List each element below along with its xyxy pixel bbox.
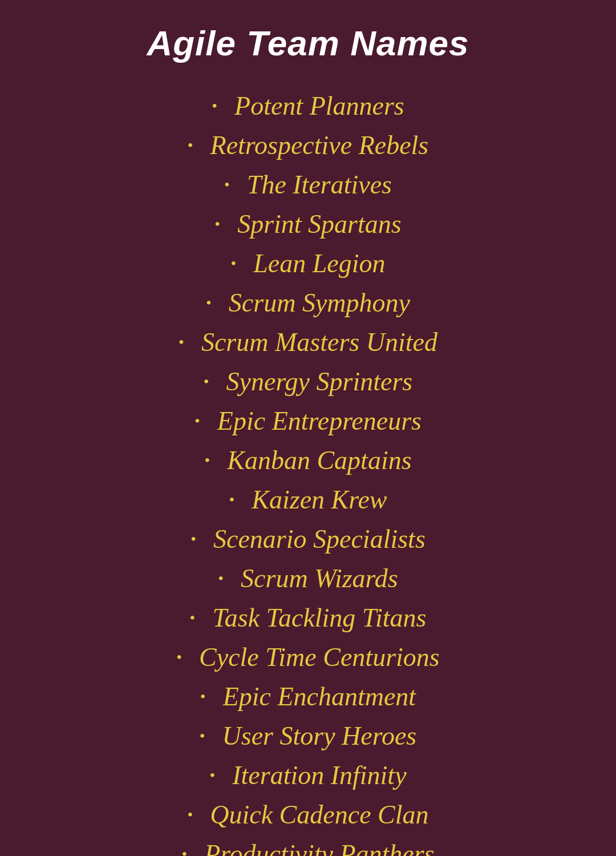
bullet-icon: • bbox=[200, 728, 205, 744]
team-name-label: Scrum Masters United bbox=[201, 327, 437, 357]
list-item: •Retrospective Rebels bbox=[34, 126, 582, 165]
team-name-label: Quick Cadence Clan bbox=[210, 800, 428, 830]
list-item: •Scenario Specialists bbox=[34, 519, 582, 559]
team-name-label: Scrum Symphony bbox=[229, 288, 410, 318]
team-name-label: Task Tackling Titans bbox=[212, 603, 426, 633]
team-name-label: Lean Legion bbox=[253, 248, 385, 278]
bullet-icon: • bbox=[230, 256, 236, 272]
bullet-icon: • bbox=[204, 374, 209, 390]
team-name-label: Retrospective Rebels bbox=[210, 130, 429, 160]
bullet-icon: • bbox=[229, 492, 234, 508]
list-item: •Productivity Panthers bbox=[34, 834, 582, 856]
bullet-icon: • bbox=[209, 768, 215, 784]
team-name-label: Scenario Specialists bbox=[213, 524, 425, 554]
team-name-label: Cycle Time Centurions bbox=[199, 642, 440, 672]
bullet-icon: • bbox=[224, 177, 230, 193]
list-item: •Lean Legion bbox=[34, 244, 582, 283]
team-name-label: Epic Entrepreneurs bbox=[217, 406, 422, 436]
list-item: •The Iteratives bbox=[34, 165, 582, 204]
bullet-icon: • bbox=[206, 295, 212, 311]
bullet-icon: • bbox=[187, 807, 193, 823]
bullet-icon: • bbox=[212, 98, 217, 114]
list-item: •User Story Heroes bbox=[34, 716, 582, 756]
list-item: •Kaizen Krew bbox=[34, 480, 582, 519]
list-item: •Scrum Masters United bbox=[34, 322, 582, 362]
list-item: •Quick Cadence Clan bbox=[34, 795, 582, 834]
list-item: •Potent Planners bbox=[34, 86, 582, 126]
bullet-icon: • bbox=[200, 689, 206, 705]
bullet-icon: • bbox=[176, 649, 182, 665]
list-item: •Task Tackling Titans bbox=[34, 598, 582, 637]
team-name-label: Epic Enchantment bbox=[223, 681, 416, 712]
team-name-label: Productivity Panthers bbox=[204, 839, 434, 856]
list-item: •Kanban Captains bbox=[34, 441, 582, 480]
bullet-icon: • bbox=[214, 216, 220, 232]
list-item: •Cycle Time Centurions bbox=[34, 637, 582, 677]
team-name-label: Iteration Infinity bbox=[232, 760, 406, 790]
page-title: Agile Team Names bbox=[147, 23, 469, 63]
team-name-label: Sprint Spartans bbox=[237, 209, 402, 239]
team-name-label: User Story Heroes bbox=[222, 721, 417, 751]
team-name-label: Potent Planners bbox=[234, 91, 404, 121]
team-name-label: Kanban Captains bbox=[227, 445, 411, 475]
bullet-icon: • bbox=[181, 846, 187, 857]
team-name-label: Scrum Wizards bbox=[241, 563, 398, 593]
bullet-icon: • bbox=[191, 531, 196, 547]
list-item: •Scrum Wizards bbox=[34, 559, 582, 598]
list-item: •Synergy Sprinters bbox=[34, 362, 582, 401]
list-item: •Scrum Symphony bbox=[34, 283, 582, 322]
bullet-icon: • bbox=[218, 571, 224, 587]
list-item: •Epic Enchantment bbox=[34, 677, 582, 716]
list-item: •Iteration Infinity bbox=[34, 756, 582, 795]
team-list: •Potent Planners•Retrospective Rebels•Th… bbox=[34, 86, 582, 856]
bullet-icon: • bbox=[188, 138, 193, 154]
bullet-icon: • bbox=[179, 334, 184, 350]
bullet-icon: • bbox=[194, 413, 200, 429]
list-item: •Sprint Spartans bbox=[34, 204, 582, 244]
bullet-icon: • bbox=[190, 610, 196, 626]
team-name-label: Kaizen Krew bbox=[252, 484, 387, 515]
bullet-icon: • bbox=[204, 453, 210, 469]
list-item: •Epic Entrepreneurs bbox=[34, 401, 582, 441]
team-name-label: Synergy Sprinters bbox=[226, 366, 413, 397]
team-name-label: The Iteratives bbox=[247, 169, 392, 200]
